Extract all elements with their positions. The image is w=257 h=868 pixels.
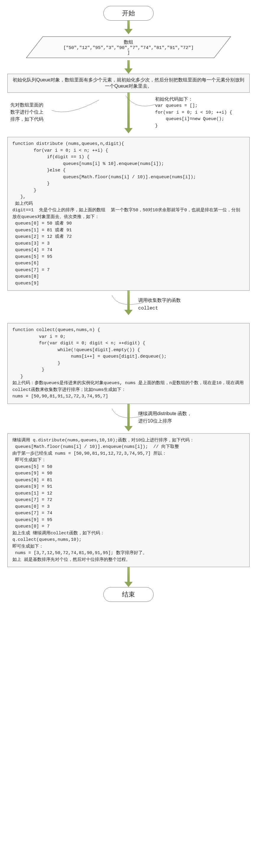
callout-collect-line1: 调用收集数字的函数 bbox=[138, 298, 181, 303]
codebox-distribute2: 继续调用 q.distribute(nums,queues,10,10);函数，… bbox=[7, 433, 250, 567]
callout-collect: 调用收集数字的函数 collect bbox=[7, 290, 250, 317]
callout-dist2-text: 继续调用distribute 函数， 进行10位上排序 bbox=[138, 410, 192, 425]
flowchart: 开始 数组 ["50","12","95","3","90","7","74",… bbox=[0, 6, 257, 602]
data-label: 数组 bbox=[124, 39, 133, 45]
codebox-collect: function collect(queues,nums,n) { var i … bbox=[7, 323, 250, 404]
codebox1-text: function distribute (nums,queues,n,digit… bbox=[12, 141, 240, 286]
callout-right-label: 初始化代码如下： bbox=[155, 96, 250, 103]
process-init-queue: 初始化队列Queue对象，数组里面有多少个元素，就初始化多少次，然后分别把数组里… bbox=[7, 74, 250, 93]
start-terminator: 开始 bbox=[104, 6, 153, 21]
data-array-suffix: ] bbox=[127, 51, 130, 56]
arrow bbox=[124, 567, 133, 587]
data-array: ["50","12","95","3","90","7","74","81","… bbox=[63, 45, 194, 51]
input-data-block: 数组 ["50","12","95","3","90","7","74","81… bbox=[25, 35, 232, 59]
callout-left: 先对数组里面的 数字进行个位上 排序，如下代码 bbox=[7, 93, 102, 123]
codebox-distribute: function distribute (nums,queues,n,digit… bbox=[7, 137, 250, 290]
start-label: 开始 bbox=[122, 9, 135, 18]
arrow bbox=[124, 21, 133, 34]
callout-collect-line2: collect bbox=[138, 306, 158, 311]
process-text: 初始化队列Queue对象，数组里面有多少个元素，就初始化多少次，然后分别把数组里… bbox=[13, 77, 244, 89]
callout-right-code: var queues = []; for(var i = 0; i < 10; … bbox=[155, 103, 250, 129]
arrow bbox=[124, 60, 133, 74]
callout-distribute2: 继续调用distribute 函数， 进行10位上排序 bbox=[7, 404, 250, 433]
end-label: 结束 bbox=[122, 590, 135, 599]
codebox3-text: 继续调用 q.distribute(nums,queues,10,10);函数，… bbox=[12, 438, 194, 562]
codebox2-text: function collect(queues,nums,n) { var i … bbox=[12, 328, 244, 399]
end-terminator: 结束 bbox=[104, 587, 153, 602]
callout-row-1: 先对数组里面的 数字进行个位上 排序，如下代码 初始化代码如下： var que… bbox=[7, 93, 250, 137]
callout-right: 初始化代码如下： var queues = []; for(var i = 0;… bbox=[155, 93, 250, 129]
